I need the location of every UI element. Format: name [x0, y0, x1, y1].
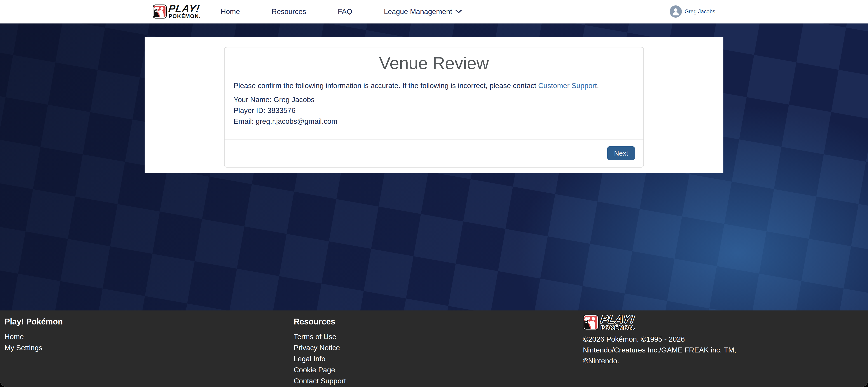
play-pokemon-icon	[153, 4, 167, 19]
info-line-email: Email: greg.r.jacobs@gmail.com	[234, 116, 634, 127]
page-footer: Play! Pokémon Home My Settings Resources…	[0, 311, 868, 387]
footer-link-contact-support[interactable]: Contact Support	[294, 376, 583, 387]
chevron-down-icon	[455, 9, 462, 13]
footer-play-pokemon-logo: PLAY! POKÉMON.	[583, 314, 864, 330]
footer-heading-play-pokemon: Play! Pokémon	[4, 317, 294, 326]
user-name: Greg Jacobs	[685, 8, 715, 15]
page: PLAY! POKÉMON. Home Resources FAQ League…	[0, 0, 868, 387]
card-footer: Next	[224, 139, 644, 167]
intro-text: Please confirm the following information…	[234, 80, 634, 91]
customer-support-link[interactable]: Customer Support.	[538, 82, 599, 90]
nav-league-management-label: League Management	[384, 7, 452, 16]
venue-review-card: Venue Review Please confirm the followin…	[224, 47, 644, 167]
copyright-line-1: ©2026 Pokémon. ©1995 - 2026	[583, 334, 750, 345]
info-line-name: Your Name: Greg Jacobs	[234, 94, 634, 105]
footer-link-my-settings[interactable]: My Settings	[4, 342, 294, 353]
footer-brand-wordmark: PLAY! POKÉMON.	[601, 314, 636, 330]
nav-home-label: Home	[221, 7, 240, 16]
main-nav: Home Resources FAQ League Management	[221, 7, 462, 16]
brand-play-text: PLAY!	[168, 4, 201, 13]
nav-item-home[interactable]: Home	[221, 7, 240, 16]
copyright-line-3: ®Nintendo.	[583, 355, 750, 366]
footer-link-cookie-page[interactable]: Cookie Page	[294, 364, 583, 376]
footer-link-home[interactable]: Home	[4, 331, 294, 342]
play-pokemon-wordmark: PLAY! POKÉMON.	[168, 4, 201, 19]
page-title: Venue Review	[234, 53, 634, 73]
footer-link-privacy-notice[interactable]: Privacy Notice	[294, 342, 583, 353]
footer-column-resources: Resources Terms of Use Privacy Notice Le…	[294, 317, 583, 387]
brand-pokemon-text: POKÉMON.	[168, 13, 201, 19]
nav-item-league-management[interactable]: League Management	[384, 7, 462, 16]
intro-text-before-link: Please confirm the following information…	[234, 82, 538, 90]
footer-heading-resources: Resources	[294, 317, 583, 326]
nav-faq-label: FAQ	[338, 7, 352, 16]
next-button[interactable]: Next	[607, 146, 635, 160]
venue-review-card-body: Venue Review Please confirm the followin…	[224, 47, 644, 139]
footer-brand-pokemon-text: POKÉMON.	[601, 325, 636, 330]
copyright-text: ©2026 Pokémon. ©1995 - 2026 Nintendo/Cre…	[583, 334, 750, 366]
footer-link-terms-of-use[interactable]: Terms of Use	[294, 331, 583, 342]
nav-item-resources[interactable]: Resources	[272, 7, 306, 16]
nav-resources-label: Resources	[272, 7, 306, 16]
user-avatar-icon	[670, 5, 682, 18]
hero-background: Venue Review Please confirm the followin…	[0, 24, 868, 311]
player-info: Your Name: Greg Jacobs Player ID: 383357…	[234, 94, 634, 127]
info-line-player-id: Player ID: 3833576	[234, 105, 634, 116]
play-pokemon-logo[interactable]: PLAY! POKÉMON.	[153, 4, 201, 19]
nav-item-faq[interactable]: FAQ	[338, 7, 352, 16]
footer-play-pokemon-icon	[583, 315, 599, 330]
user-menu[interactable]: Greg Jacobs	[670, 5, 715, 18]
footer-column-play-pokemon: Play! Pokémon Home My Settings	[4, 317, 294, 387]
top-navigation-bar: PLAY! POKÉMON. Home Resources FAQ League…	[0, 0, 868, 24]
content-panel: Venue Review Please confirm the followin…	[145, 37, 723, 173]
footer-brand-play-text: PLAY!	[600, 314, 636, 324]
copyright-line-2: Nintendo/Creatures Inc./GAME FREAK inc. …	[583, 345, 750, 355]
footer-column-brand: PLAY! POKÉMON. ©2026 Pokémon. ©1995 - 20…	[583, 314, 864, 387]
footer-link-legal-info[interactable]: Legal Info	[294, 353, 583, 364]
